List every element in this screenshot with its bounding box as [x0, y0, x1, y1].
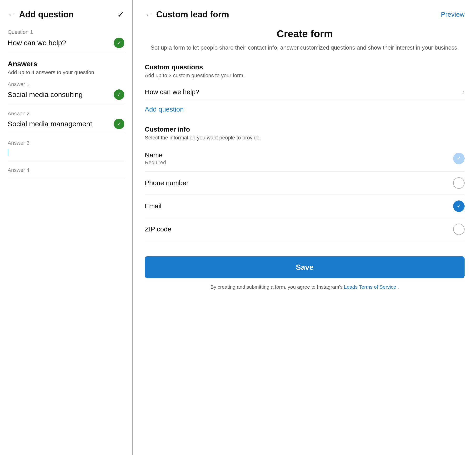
- answer4-label: Answer 4: [8, 167, 124, 173]
- answer4-row[interactable]: [8, 175, 124, 179]
- answer1-text: Social media consulting: [8, 90, 83, 99]
- info-phone-label: Phone number: [145, 179, 189, 187]
- left-panel: ← Add question ✓ Question 1 How can we h…: [0, 0, 133, 455]
- zip-circle-icon[interactable]: [453, 224, 465, 235]
- info-row-email[interactable]: Email ✓: [145, 195, 465, 218]
- info-zip-label: ZIP code: [145, 226, 171, 233]
- custom-questions-subtitle: Add up to 3 custom questions to your for…: [145, 73, 465, 79]
- preview-button[interactable]: Preview: [441, 11, 465, 18]
- answer3-input[interactable]: [8, 148, 9, 156]
- customer-info-section: Customer info Select the information you…: [145, 126, 465, 241]
- terms-prefix: By creating and submitting a form, you a…: [211, 284, 344, 290]
- confirm-check-button[interactable]: ✓: [117, 9, 124, 20]
- answer1-check-icon: ✓: [114, 89, 124, 100]
- right-panel-title: Custom lead form: [156, 9, 441, 20]
- answer2-label: Answer 2: [8, 111, 124, 117]
- save-button[interactable]: Save: [145, 256, 465, 278]
- answer2-row: Social media management ✓: [8, 119, 124, 133]
- create-form-title: Create form: [145, 28, 465, 40]
- answer3-row[interactable]: [8, 148, 124, 160]
- text-cursor: [8, 149, 8, 156]
- create-form-desc: Set up a form to let people share their …: [145, 43, 465, 52]
- answer2-text: Social media management: [8, 120, 92, 128]
- custom-questions-title: Custom questions: [145, 63, 465, 71]
- terms-link[interactable]: Leads Terms of Service: [344, 284, 396, 290]
- answer2-check-icon: ✓: [114, 119, 124, 129]
- info-row-zip[interactable]: ZIP code: [145, 218, 465, 241]
- answer1-label: Answer 1: [8, 81, 124, 88]
- answers-section-subtitle: Add up to 4 answers to your question.: [8, 69, 124, 76]
- answer3-label: Answer 3: [8, 140, 124, 146]
- question-check-icon: ✓: [114, 38, 124, 48]
- question-row: How can we help? ✓: [8, 38, 124, 52]
- info-row-name[interactable]: Name Required ✓: [145, 146, 465, 172]
- back-button-right[interactable]: ←: [145, 10, 152, 19]
- terms-suffix: .: [397, 284, 399, 290]
- back-button-left[interactable]: ←: [8, 10, 15, 19]
- answer1-row: Social media consulting ✓: [8, 89, 124, 104]
- question-text: How can we help?: [8, 39, 66, 47]
- question-list-item[interactable]: How can we help? ›: [145, 83, 465, 101]
- info-email-label: Email: [145, 202, 161, 210]
- left-panel-title: Add question: [19, 9, 117, 20]
- name-check-icon[interactable]: ✓: [453, 153, 465, 164]
- phone-circle-icon[interactable]: [453, 177, 465, 189]
- question-item-text: How can we help?: [145, 88, 199, 96]
- right-header: ← Custom lead form Preview: [145, 9, 465, 20]
- left-header: ← Add question ✓: [8, 9, 124, 20]
- info-row-phone[interactable]: Phone number: [145, 172, 465, 195]
- add-question-link[interactable]: Add question: [145, 101, 465, 118]
- info-name-label: Name: [145, 151, 166, 159]
- email-check-icon[interactable]: ✓: [453, 200, 465, 212]
- customer-info-title: Customer info: [145, 126, 465, 133]
- question-label: Question 1: [8, 29, 124, 35]
- customer-info-subtitle: Select the information you want people t…: [145, 135, 465, 141]
- terms-text: By creating and submitting a form, you a…: [145, 283, 465, 291]
- right-panel: ← Custom lead form Preview Create form S…: [133, 0, 476, 455]
- chevron-right-icon: ›: [462, 88, 465, 96]
- info-name-sub: Required: [145, 159, 166, 166]
- answers-section-title: Answers: [8, 60, 124, 68]
